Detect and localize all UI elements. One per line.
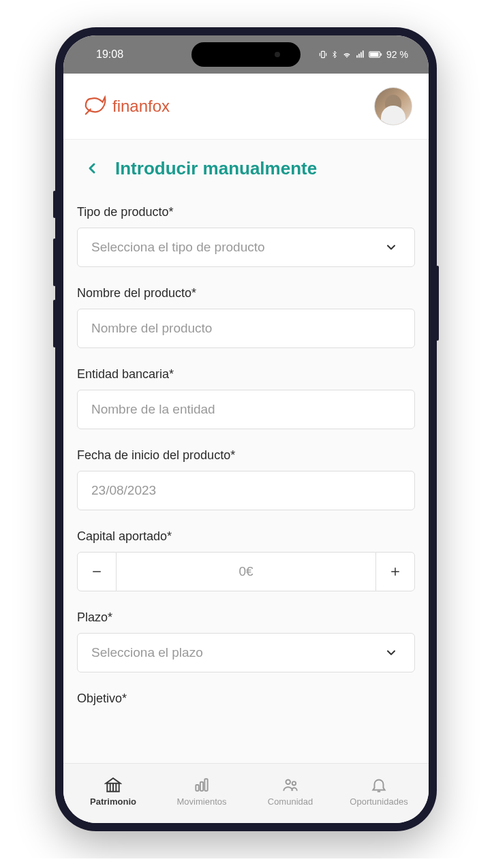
bank-entity-input[interactable]: Nombre de la entidad xyxy=(77,390,415,429)
product-type-label: Tipo de producto* xyxy=(77,205,415,219)
chevron-down-icon xyxy=(384,646,398,660)
wifi-icon xyxy=(341,50,352,59)
bank-icon xyxy=(104,776,122,794)
page-header: Introducir manualmente xyxy=(77,156,415,181)
capital-label: Capital aportado* xyxy=(77,529,415,544)
back-button[interactable] xyxy=(80,156,104,181)
battery-percent: 92 % xyxy=(386,49,408,60)
product-name-placeholder: Nombre del producto xyxy=(91,321,212,336)
svg-point-15 xyxy=(292,781,296,785)
term-label: Plazo* xyxy=(77,610,415,625)
phone-screen: 19:08 92 % finanfox xyxy=(63,35,429,823)
chevron-down-icon xyxy=(384,241,398,254)
svg-point-14 xyxy=(286,779,291,784)
nav-movimientos[interactable]: Movimientos xyxy=(157,776,246,807)
nav-patrimonio-label: Patrimonio xyxy=(90,796,136,807)
bank-entity-label: Entidad bancaria* xyxy=(77,367,415,382)
bluetooth-icon xyxy=(330,50,339,59)
status-right: 92 % xyxy=(318,49,408,60)
logo[interactable]: finanfox xyxy=(80,91,170,121)
nav-comunidad-label: Comunidad xyxy=(268,796,313,807)
term-group: Plazo* Selecciona el plazo xyxy=(77,610,415,672)
power-button xyxy=(436,266,439,341)
product-type-group: Tipo de producto* Selecciona el tipo de … xyxy=(77,205,415,267)
page-title: Introducir manualmente xyxy=(115,158,317,179)
svg-rect-11 xyxy=(196,785,198,791)
svg-rect-1 xyxy=(356,55,358,58)
bank-entity-placeholder: Nombre de la entidad xyxy=(91,402,215,417)
svg-rect-4 xyxy=(363,50,364,58)
minus-icon xyxy=(91,565,103,578)
capital-increase-button[interactable] xyxy=(375,552,415,591)
svg-rect-6 xyxy=(370,52,379,57)
capital-decrease-button[interactable] xyxy=(77,552,117,591)
battery-icon xyxy=(369,50,382,59)
app-header: finanfox xyxy=(63,74,429,140)
svg-rect-7 xyxy=(381,53,382,55)
volume-button xyxy=(53,191,56,218)
svg-rect-2 xyxy=(358,54,360,58)
svg-rect-3 xyxy=(360,52,362,58)
plus-icon xyxy=(389,565,401,578)
capital-value[interactable]: 0€ xyxy=(117,552,375,591)
product-name-group: Nombre del producto* Nombre del producto xyxy=(77,286,415,348)
chart-icon xyxy=(193,776,211,794)
product-type-select[interactable]: Selecciona el tipo de producto xyxy=(77,228,415,267)
start-date-label: Fecha de inicio del producto* xyxy=(77,448,415,463)
term-select[interactable]: Selecciona el plazo xyxy=(77,633,415,672)
bottom-nav: Patrimonio Movimientos Comunidad Oportun… xyxy=(63,763,429,823)
nav-comunidad[interactable]: Comunidad xyxy=(246,776,335,807)
svg-rect-13 xyxy=(204,779,207,790)
term-placeholder: Selecciona el plazo xyxy=(91,645,203,660)
product-name-input[interactable]: Nombre del producto xyxy=(77,309,415,348)
signal-icon xyxy=(355,50,366,59)
objective-label: Objetivo* xyxy=(77,692,415,706)
start-date-input[interactable]: 23/08/2023 xyxy=(77,471,415,510)
nav-movimientos-label: Movimientos xyxy=(177,796,227,807)
volume-up-button xyxy=(53,238,56,286)
nav-oportunidades[interactable]: Oportunidades xyxy=(335,776,423,807)
start-date-group: Fecha de inicio del producto* 23/08/2023 xyxy=(77,448,415,510)
bank-entity-group: Entidad bancaria* Nombre de la entidad xyxy=(77,367,415,429)
vibrate-icon xyxy=(318,50,328,59)
phone-frame: 19:08 92 % finanfox xyxy=(55,27,437,831)
capital-stepper: 0€ xyxy=(77,552,415,591)
svg-rect-0 xyxy=(322,51,325,57)
svg-rect-12 xyxy=(200,782,203,791)
nav-oportunidades-label: Oportunidades xyxy=(350,796,408,807)
logo-text: finanfox xyxy=(112,97,170,116)
fox-icon xyxy=(80,91,110,121)
avatar[interactable] xyxy=(374,87,412,125)
status-time: 19:08 xyxy=(84,48,123,61)
volume-down-button xyxy=(53,300,56,347)
content-area: Introducir manualmente Tipo de producto*… xyxy=(63,140,429,763)
nav-patrimonio[interactable]: Patrimonio xyxy=(69,776,157,807)
product-type-placeholder: Selecciona el tipo de producto xyxy=(91,240,265,255)
notch xyxy=(191,42,301,67)
capital-group: Capital aportado* 0€ xyxy=(77,529,415,591)
start-date-value: 23/08/2023 xyxy=(91,483,156,498)
objective-group: Objetivo* xyxy=(77,692,415,706)
chevron-left-icon xyxy=(84,160,100,176)
product-name-label: Nombre del producto* xyxy=(77,286,415,300)
bell-icon xyxy=(370,776,388,794)
status-icons xyxy=(318,50,382,59)
people-icon xyxy=(281,776,299,794)
